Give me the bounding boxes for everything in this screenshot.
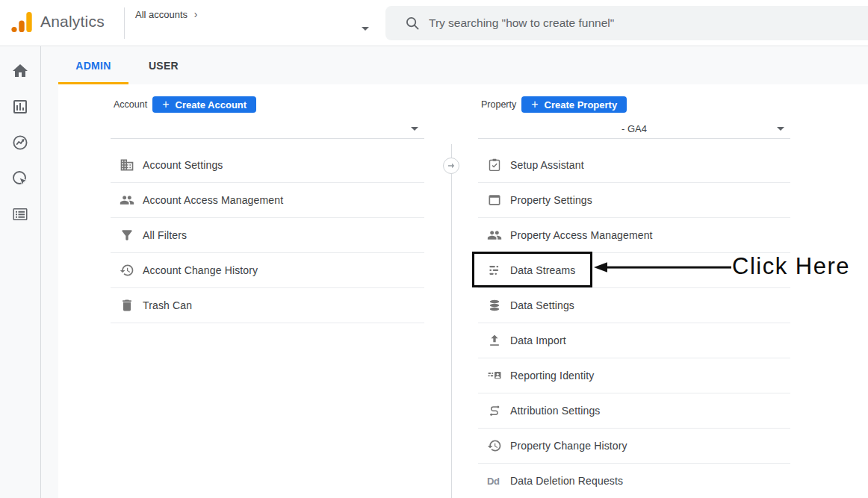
menu-item-label: Account Access Management	[143, 194, 283, 206]
menu-item-label: Data Streams	[510, 264, 575, 276]
menu-item-account-access-management[interactable]: Account Access Management	[111, 183, 424, 218]
account-column: Account + Create Account Account Setting…	[111, 96, 424, 323]
search-input[interactable]	[429, 16, 817, 30]
menu-item-account-settings[interactable]: Account Settings	[111, 148, 424, 183]
collapse-column-button[interactable]	[443, 158, 459, 174]
dd-icon: Dd	[487, 476, 502, 487]
menu-item-account-change-history[interactable]: Account Change History	[111, 253, 424, 288]
menu-item-label: Data Deletion Requests	[510, 475, 623, 487]
list-icon[interactable]	[11, 205, 29, 223]
menu-item-reporting-identity[interactable]: Reporting Identity	[478, 358, 790, 393]
plus-icon: +	[162, 99, 169, 111]
menu-item-property-change-history[interactable]: Property Change History	[478, 429, 790, 464]
people-icon	[487, 228, 502, 243]
menu-item-label: Attribution Settings	[510, 405, 601, 417]
annotation-text: Click Here	[732, 253, 850, 280]
tab-user[interactable]: USER	[128, 46, 199, 84]
history-icon	[120, 263, 134, 278]
menu-item-property-settings[interactable]: Property Settings	[478, 183, 790, 218]
menu-item-label: Account Change History	[143, 264, 258, 276]
analytics-logo[interactable]: Analytics	[10, 10, 105, 33]
analytics-logo-icon	[10, 10, 33, 33]
property-selector[interactable]: - GA4	[478, 119, 790, 139]
breadcrumb-label: All accounts	[135, 9, 187, 20]
column-divider	[451, 144, 452, 498]
filter-icon	[120, 228, 134, 243]
logo-text: Analytics	[40, 13, 105, 31]
annotation-arrow-icon	[594, 261, 731, 274]
create-property-button[interactable]: + Create Property	[521, 96, 627, 113]
tab-user-label: USER	[149, 60, 179, 72]
menu-item-trash-can[interactable]: Trash Can	[111, 288, 424, 323]
window-icon	[487, 193, 502, 208]
menu-item-label: Data Import	[510, 334, 566, 346]
explore-icon[interactable]	[11, 134, 29, 152]
search-bar[interactable]	[385, 6, 868, 40]
menu-item-label: Property Settings	[510, 194, 592, 206]
menu-item-label: Reporting Identity	[510, 370, 594, 382]
menu-item-label: Setup Assistant	[510, 159, 584, 171]
breadcrumb[interactable]: All accounts ›	[135, 8, 197, 20]
create-property-label: Create Property	[545, 99, 618, 111]
upload-icon	[487, 333, 502, 348]
tab-admin[interactable]: ADMIN	[58, 46, 128, 84]
bar-chart-icon[interactable]	[11, 98, 29, 116]
building-icon	[120, 158, 134, 172]
menu-item-setup-assistant[interactable]: Setup Assistant	[478, 148, 790, 183]
topbar: Analytics All accounts ›	[0, 0, 868, 46]
account-column-label: Account	[114, 99, 147, 110]
chevron-right-icon: ›	[194, 8, 198, 20]
menu-item-label: Property Access Management	[510, 229, 653, 241]
caret-down-icon	[411, 127, 418, 131]
plus-icon: +	[531, 99, 538, 111]
admin-content: Account + Create Account Account Setting…	[58, 84, 868, 498]
menu-item-data-deletion-requests[interactable]: Dd Data Deletion Requests	[478, 464, 790, 498]
menu-item-all-filters[interactable]: All Filters	[111, 218, 424, 253]
arrow-right-icon	[446, 161, 456, 171]
create-account-button[interactable]: + Create Account	[152, 96, 256, 113]
menu-item-attribution-settings[interactable]: Attribution Settings	[478, 393, 790, 429]
account-menu: Account Settings Account Access Manageme…	[111, 139, 424, 323]
account-picker-caret-icon[interactable]	[362, 27, 369, 31]
menu-item-label: Data Settings	[510, 299, 574, 311]
caret-down-icon	[777, 127, 784, 131]
identity-badge-icon	[487, 368, 502, 383]
search-icon	[405, 16, 420, 31]
property-column-label: Property	[481, 99, 516, 110]
account-selector[interactable]	[111, 119, 424, 139]
property-column: Property + Create Property - GA4 Setup A…	[478, 96, 790, 498]
clipboard-check-icon	[487, 158, 502, 172]
data-streams-icon	[487, 263, 502, 278]
property-menu: Setup Assistant Property Settings Proper…	[478, 139, 790, 498]
menu-item-label: Property Change History	[510, 440, 627, 452]
left-nav	[0, 46, 41, 498]
topbar-divider	[124, 7, 125, 39]
attribution-path-icon	[487, 403, 502, 418]
database-icon	[487, 298, 502, 313]
menu-item-data-settings[interactable]: Data Settings	[478, 288, 790, 323]
trash-icon	[120, 298, 134, 313]
menu-item-data-import[interactable]: Data Import	[478, 323, 790, 358]
menu-item-label: Account Settings	[143, 159, 223, 171]
home-icon[interactable]	[11, 62, 29, 80]
admin-user-tabstrip: ADMIN USER	[42, 46, 868, 84]
menu-item-property-access-management[interactable]: Property Access Management	[478, 218, 790, 253]
people-icon	[120, 193, 134, 208]
create-account-label: Create Account	[176, 99, 247, 111]
menu-item-label: Trash Can	[143, 299, 192, 311]
advertising-icon[interactable]	[11, 169, 29, 187]
property-selector-value: - GA4	[621, 123, 647, 134]
tab-admin-label: ADMIN	[75, 60, 111, 72]
menu-item-label: All Filters	[143, 229, 187, 241]
history-icon	[487, 438, 502, 453]
